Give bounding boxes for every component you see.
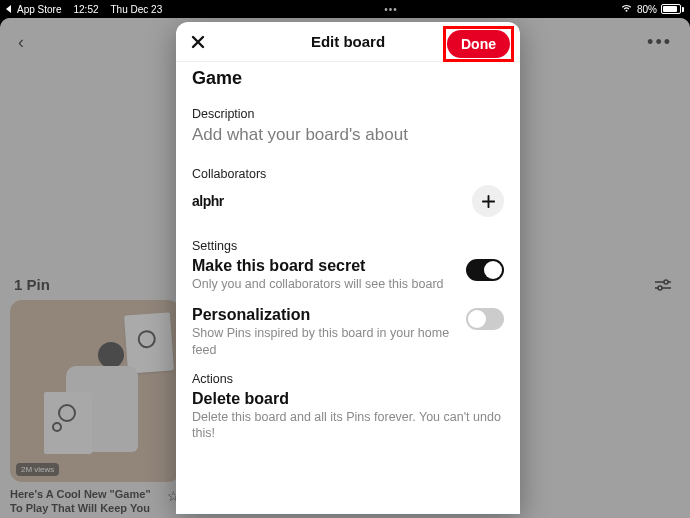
status-bar: App Store 12:52 Thu Dec 23 ••• 80% [0,0,690,18]
delete-board-sub: Delete this board and all its Pins forev… [192,409,504,442]
setting-secret-sub: Only you and collaborators will see this… [192,276,456,292]
close-icon[interactable] [186,30,210,54]
battery-icon [661,4,684,14]
status-time: 12:52 [73,4,98,15]
modal-title: Edit board [311,33,385,50]
toggle-personalization[interactable] [466,308,504,330]
status-date: Thu Dec 23 [111,4,163,15]
toggle-secret[interactable] [466,259,504,281]
add-collaborator-button[interactable] [472,185,504,217]
delete-board-title: Delete board [192,390,504,408]
done-button[interactable]: Done [447,30,510,58]
setting-personalization-title: Personalization [192,306,456,324]
setting-secret-title: Make this board secret [192,257,456,275]
description-label: Description [192,107,504,121]
modal-header: Edit board Done [176,22,520,62]
back-to-app-label[interactable]: App Store [17,4,61,15]
setting-personalization-sub: Show Pins inspired by this board in your… [192,325,456,358]
collaborators-label: Collaborators [192,167,504,181]
wifi-icon [620,3,633,15]
multitask-dots[interactable]: ••• [162,4,620,15]
back-to-app-icon[interactable] [6,5,11,13]
board-name-field[interactable]: Game [192,68,504,89]
setting-secret-row: Make this board secret Only you and coll… [192,257,504,292]
done-button-highlight: Done [443,26,514,62]
battery-percent: 80% [637,4,657,15]
delete-board-row[interactable]: Delete board Delete this board and all i… [192,390,504,442]
description-input[interactable]: Add what your board's about [192,125,504,145]
edit-board-modal: Edit board Done Game Description Add wha… [176,22,520,514]
actions-label: Actions [192,372,504,386]
collaborator-user[interactable]: alphr [192,193,224,209]
setting-personalization-row: Personalization Show Pins inspired by th… [192,306,504,358]
settings-label: Settings [192,239,504,253]
